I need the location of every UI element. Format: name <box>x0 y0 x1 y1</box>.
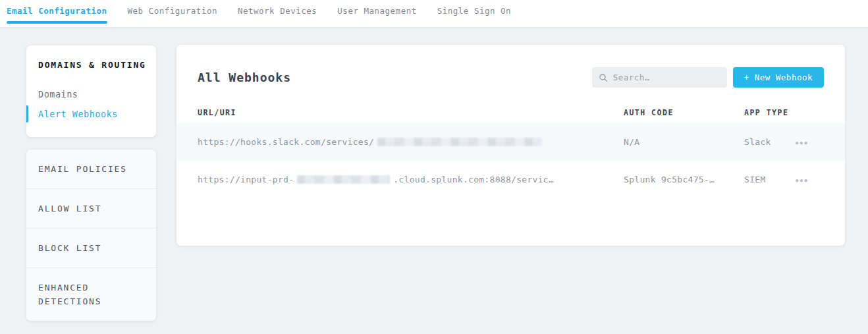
sidebar-sections-card: EMAIL POLICIES ALLOW LIST BLOCK LIST ENH… <box>26 150 156 321</box>
webhooks-panel: All Webhooks + New Webhook URL/URI AUTH … <box>176 45 845 246</box>
tab-web-configuration[interactable]: Web Configuration <box>128 0 217 27</box>
new-webhook-button[interactable]: + New Webhook <box>733 67 824 88</box>
tab-label: Single Sign On <box>437 6 511 16</box>
redacted-url-segment <box>297 175 390 184</box>
ellipsis-icon: ●●● <box>796 178 809 183</box>
tab-network-devices[interactable]: Network Devices <box>238 0 317 27</box>
domains-routing-card: DOMAINS & ROUTING Domains Alert Webhooks <box>26 45 156 137</box>
table-row[interactable]: https://hooks.slack.com/services/ N/A Sl… <box>176 123 845 161</box>
tab-user-management[interactable]: User Management <box>337 0 416 27</box>
sidebar-section-enhanced-detections[interactable]: ENHANCED DETECTIONS <box>26 267 156 321</box>
row-menu-button[interactable]: ●●● <box>794 173 810 186</box>
header-actions: + New Webhook <box>592 67 824 88</box>
column-header-auth: AUTH CODE <box>624 108 744 117</box>
webhook-url-cell: https://hooks.slack.com/services/ <box>198 137 624 147</box>
url-suffix: .cloud.splunk.com:8088/servic… <box>393 175 554 184</box>
auth-code-cell: Splunk 9c5bc475-… <box>624 175 744 184</box>
tab-label: Email Configuration <box>7 6 107 16</box>
routing-card-title: DOMAINS & ROUTING <box>26 60 156 70</box>
auth-code-cell: N/A <box>624 137 744 147</box>
column-header-url: URL/URI <box>198 108 624 117</box>
table-row[interactable]: https://input-prd- .cloud.splunk.com:808… <box>176 161 845 198</box>
redacted-url-segment <box>377 138 542 146</box>
webhook-url-cell: https://input-prd- .cloud.splunk.com:808… <box>198 175 624 184</box>
url-prefix: https://input-prd- <box>198 175 294 184</box>
app-type-cell: Slack <box>744 137 794 147</box>
tab-label: Web Configuration <box>128 6 217 16</box>
search-input[interactable] <box>613 72 720 82</box>
column-header-app: APP TYPE <box>744 108 794 117</box>
active-tab-underline <box>7 21 107 24</box>
active-item-indicator <box>26 105 28 123</box>
sidebar-section-allow-list[interactable]: ALLOW LIST <box>26 188 156 228</box>
tab-label: User Management <box>337 6 416 16</box>
sidebar-section-email-policies[interactable]: EMAIL POLICIES <box>26 150 156 188</box>
sidebar-item-label: Alert Webhooks <box>38 109 118 119</box>
sidebar-item-domains[interactable]: Domains <box>26 84 156 104</box>
sidebar-item-label: Domains <box>38 89 78 99</box>
table-header-row: URL/URI AUTH CODE APP TYPE <box>176 102 845 123</box>
panel-header: All Webhooks + New Webhook <box>176 45 845 102</box>
tab-email-configuration[interactable]: Email Configuration <box>7 0 107 27</box>
url-prefix: https://hooks.slack.com/services/ <box>198 137 374 147</box>
sidebar-item-alert-webhooks[interactable]: Alert Webhooks <box>26 104 156 124</box>
app-type-cell: SIEM <box>744 175 794 184</box>
search-icon <box>599 73 608 82</box>
search-box[interactable] <box>592 67 727 88</box>
ellipsis-icon: ●●● <box>796 140 809 146</box>
top-nav: Email Configuration Web Configuration Ne… <box>0 0 868 27</box>
tab-label: Network Devices <box>238 6 317 16</box>
tab-single-sign-on[interactable]: Single Sign On <box>437 0 511 27</box>
page-title: All Webhooks <box>198 70 291 84</box>
sidebar-section-block-list[interactable]: BLOCK LIST <box>26 228 156 267</box>
row-menu-button[interactable]: ●●● <box>794 136 810 148</box>
